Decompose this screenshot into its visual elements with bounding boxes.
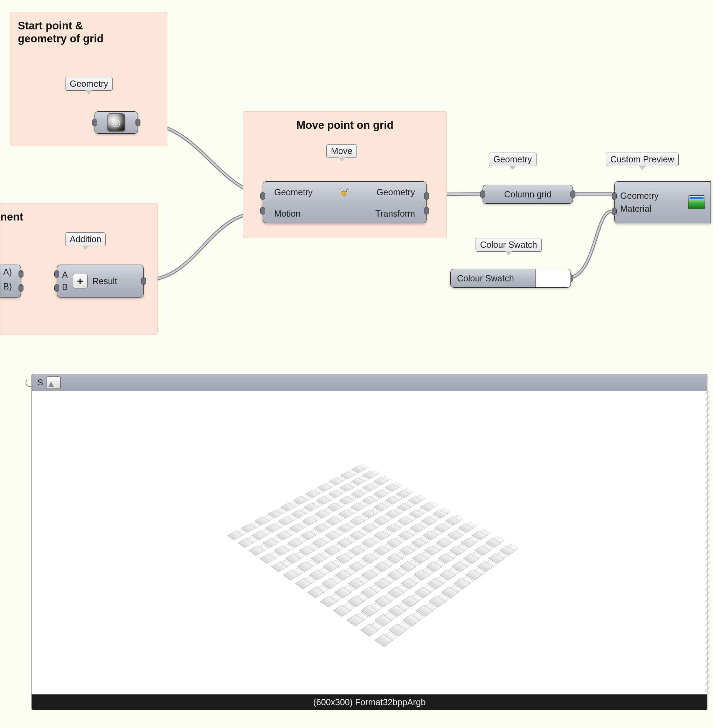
grip-right-icon[interactable] <box>424 207 429 214</box>
grip-right-icon[interactable] <box>19 270 24 278</box>
node-move[interactable]: Geometry Geometry Motion Transform <box>263 181 427 223</box>
grip-left-icon[interactable] <box>260 192 265 200</box>
node-colour-swatch[interactable]: Colour Swatch <box>450 269 571 288</box>
preview-in-geometry: Geometry <box>620 191 659 201</box>
move-out-transform: Transform <box>370 206 420 222</box>
frag-a: A) <box>0 265 21 279</box>
render-area[interactable] <box>31 391 707 694</box>
grip-left-icon[interactable] <box>612 208 617 215</box>
grip-left-icon[interactable] <box>54 270 59 278</box>
node-column-grid[interactable]: Column grid <box>483 185 573 204</box>
viewport-s-label: S <box>37 378 43 387</box>
column-grid-label: Column grid <box>504 189 552 199</box>
grip-right-icon[interactable] <box>570 191 575 198</box>
arc-icon <box>25 378 35 387</box>
move-out-geometry: Geometry <box>371 185 420 200</box>
plus-icon: + <box>73 274 88 289</box>
colour-swatch-value[interactable] <box>535 269 570 287</box>
render-grid <box>223 463 520 651</box>
preview-in-material: Material <box>620 204 651 214</box>
tag-colour-swatch: Colour Swatch <box>476 238 542 252</box>
add-out: Result <box>92 276 117 286</box>
tag-move: Move <box>327 144 357 158</box>
grip-left-icon[interactable] <box>54 284 59 292</box>
group-move-title: Move point on grid <box>251 119 440 132</box>
node-custom-preview[interactable]: Geometry Material <box>614 181 711 223</box>
colour-swatch-label: Colour Swatch <box>457 273 514 283</box>
frag-b: B) <box>0 279 21 294</box>
tag-geometry-top: Geometry <box>65 77 113 91</box>
node-addition[interactable]: A B + Result <box>57 265 143 298</box>
grip-left-icon[interactable] <box>260 207 265 214</box>
viewport-footer: (600x300) Format32bppArgb <box>31 694 707 710</box>
tag-custom-preview: Custom Preview <box>606 153 679 166</box>
grip-right-icon[interactable] <box>424 192 429 200</box>
grip-left-icon[interactable] <box>612 192 617 200</box>
geometry-swirl-icon: ◎ <box>107 113 125 132</box>
node-geometry-param[interactable]: ◎ <box>94 111 138 134</box>
grip-left-icon[interactable] <box>92 119 97 127</box>
group-start-title: Start point & geometry of grid <box>18 19 160 45</box>
tag-addition: Addition <box>65 232 106 246</box>
image-icon[interactable] <box>46 376 61 389</box>
preview-icon <box>688 195 705 209</box>
grip-right-icon[interactable] <box>136 119 140 127</box>
tag-geometry-mid: Geometry <box>489 153 537 166</box>
render-viewport: S (600x300) Format32bppArgb <box>31 374 707 711</box>
group-partial-title: nent <box>0 210 150 223</box>
viewport-header[interactable]: S <box>31 374 707 391</box>
move-arrow-icon <box>339 186 351 198</box>
grip-left-icon[interactable] <box>480 191 485 198</box>
grip-right-icon[interactable] <box>19 284 24 292</box>
zigzag-edge-icon <box>705 391 710 694</box>
move-in-motion: Motion <box>269 206 305 222</box>
node-frag-ab[interactable]: A) B) <box>0 265 21 298</box>
add-in-a: A <box>62 270 68 280</box>
move-in-geometry: Geometry <box>269 185 318 200</box>
add-in-b: B <box>62 282 68 292</box>
grip-right-icon[interactable] <box>141 277 146 285</box>
